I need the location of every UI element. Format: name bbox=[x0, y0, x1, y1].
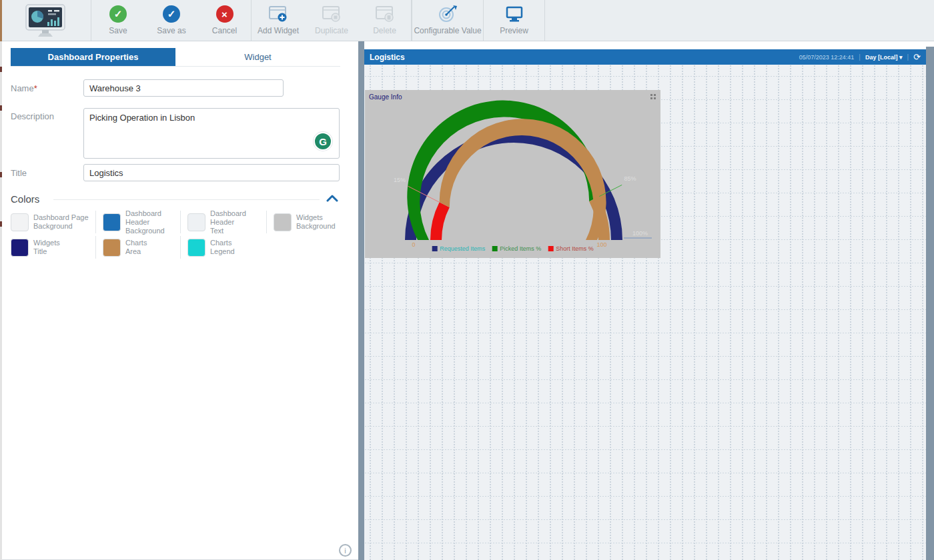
swatch-label: WidgetsBackground bbox=[296, 213, 336, 231]
color-swatch bbox=[103, 239, 121, 257]
header-separator: | bbox=[859, 53, 861, 61]
save-as-button[interactable]: ✓ Save as bbox=[145, 0, 198, 41]
window-delete-icon bbox=[375, 5, 395, 23]
legend-label: Short Items % bbox=[556, 245, 594, 252]
legend-swatch bbox=[492, 246, 497, 251]
svg-text:15%: 15% bbox=[394, 177, 406, 183]
title-input[interactable] bbox=[83, 164, 340, 181]
tab-widget[interactable]: Widget bbox=[175, 48, 340, 66]
gauge-widget-title: Gauge Info bbox=[369, 93, 402, 101]
save-label: Save bbox=[109, 26, 127, 35]
preview-monitor-icon bbox=[505, 5, 524, 23]
cancel-label: Cancel bbox=[212, 26, 237, 35]
preview-button[interactable]: Preview bbox=[484, 0, 545, 41]
dashboard-title: Logistics bbox=[370, 53, 405, 62]
panel-tabs: Dashboard Properties Widget bbox=[11, 48, 340, 67]
tab-dashboard-properties[interactable]: Dashboard Properties bbox=[11, 48, 175, 66]
left-edge-remnant bbox=[0, 0, 2, 41]
required-asterisk: * bbox=[34, 83, 37, 93]
swatch-dashboard-page-background[interactable]: Dashboard PageBackground bbox=[11, 211, 95, 233]
title-label: Title bbox=[11, 168, 27, 178]
dashboard-timestamp: 05/07/2023 12:24:41 bbox=[799, 54, 855, 61]
cancel-button[interactable]: × Cancel bbox=[198, 0, 252, 41]
name-label: Name* bbox=[11, 83, 37, 93]
swatch-charts-legend[interactable]: ChartsLegend bbox=[180, 236, 266, 259]
left-edge-remnant-lower bbox=[0, 41, 2, 560]
save-as-label: Save as bbox=[157, 26, 185, 35]
grammarly-icon[interactable]: G bbox=[314, 132, 332, 151]
legend-item-short-items: Short Items % bbox=[548, 245, 594, 252]
svg-text:100: 100 bbox=[596, 241, 606, 248]
duplicate-label: Duplicate bbox=[315, 26, 348, 35]
save-button[interactable]: ✓ Save bbox=[91, 0, 145, 41]
edge-mark bbox=[0, 221, 2, 227]
svg-text:85%: 85% bbox=[624, 175, 636, 182]
legend-swatch bbox=[548, 246, 553, 251]
color-swatch bbox=[11, 239, 29, 257]
swatch-label: Dashboard HeaderBackground bbox=[125, 209, 180, 235]
preview-label: Preview bbox=[500, 26, 528, 35]
swatch-charts-area[interactable]: ChartsArea bbox=[95, 236, 180, 259]
add-widget-label: Add Widget bbox=[258, 26, 299, 35]
configurable-value-label: Configurable Value bbox=[414, 26, 481, 35]
description-textarea[interactable]: Picking Operation in Lisbon bbox=[83, 108, 340, 159]
save-as-check-icon: ✓ bbox=[163, 5, 180, 23]
swatch-dashboard-header-background[interactable]: Dashboard HeaderBackground bbox=[95, 211, 180, 233]
svg-text:100%: 100% bbox=[632, 230, 648, 237]
swatch-widgets-background[interactable]: WidgetsBackground bbox=[266, 211, 333, 233]
save-check-icon: ✓ bbox=[109, 5, 127, 23]
legend-swatch bbox=[432, 246, 437, 251]
delete-button[interactable]: Delete bbox=[358, 0, 412, 41]
time-range-dropdown[interactable]: Day [Local] ▾ bbox=[865, 54, 903, 61]
svg-text:0: 0 bbox=[412, 241, 415, 248]
cancel-x-icon: × bbox=[216, 5, 234, 23]
header-separator: | bbox=[907, 53, 909, 61]
duplicate-button[interactable]: Duplicate bbox=[305, 0, 358, 41]
right-scroll-strip[interactable] bbox=[926, 47, 934, 560]
description-label: Description bbox=[11, 111, 54, 121]
gauge-widget[interactable]: Gauge Info 15%85%100%0100 Requested Item… bbox=[365, 90, 660, 258]
configurable-value-button[interactable]: Configurable Value bbox=[412, 0, 484, 41]
color-swatch bbox=[187, 239, 205, 257]
legend-item-requested-items: Requested Items bbox=[432, 245, 485, 252]
color-swatch bbox=[274, 213, 292, 231]
dashboard-monitor-logo-icon bbox=[21, 3, 70, 38]
edge-mark bbox=[0, 105, 2, 111]
swatch-label: ChartsLegend bbox=[210, 239, 235, 256]
dashboard-canvas-grid: Gauge Info 15%85%100%0100 Requested Item… bbox=[364, 65, 926, 560]
edge-mark bbox=[0, 67, 2, 72]
window-duplicate-icon bbox=[322, 5, 342, 23]
gauge-chart: 15%85%100%0100 bbox=[365, 90, 660, 258]
color-swatch-grid: Dashboard PageBackground Dashboard Heade… bbox=[11, 211, 344, 259]
swatch-label: ChartsArea bbox=[125, 239, 147, 256]
swatch-widgets-title[interactable]: WidgetsTitle bbox=[11, 236, 95, 259]
panel-splitter[interactable] bbox=[358, 41, 364, 560]
legend-item-picked-items: Picked Items % bbox=[492, 245, 541, 252]
color-swatch bbox=[103, 213, 121, 231]
color-swatch bbox=[11, 213, 29, 231]
properties-panel: Dashboard Properties Widget Name* Descri… bbox=[0, 41, 358, 560]
dashboard-header-controls: 05/07/2023 12:24:41 | Day [Local] ▾ | ⟳ bbox=[799, 53, 921, 61]
add-widget-button[interactable]: Add Widget bbox=[252, 0, 305, 41]
refresh-icon[interactable]: ⟳ bbox=[913, 53, 921, 61]
tab-widget-label: Widget bbox=[244, 52, 271, 62]
dashboard-preview: Logistics 05/07/2023 12:24:41 | Day [Loc… bbox=[364, 41, 926, 560]
swatch-label: Dashboard HeaderText bbox=[210, 209, 266, 235]
drag-handle-icon[interactable] bbox=[650, 94, 656, 100]
info-icon[interactable]: i bbox=[339, 544, 352, 557]
gauge-legend: Requested Items Picked Items % Short Ite… bbox=[432, 245, 594, 252]
collapse-chevron-up-icon[interactable] bbox=[326, 195, 338, 202]
legend-label: Picked Items % bbox=[500, 245, 541, 252]
color-swatch bbox=[187, 213, 205, 231]
toolbar: ✓ Save ✓ Save as × Cancel Add Widget Dup… bbox=[0, 0, 934, 41]
swatch-label: Dashboard PageBackground bbox=[33, 213, 89, 231]
name-input[interactable] bbox=[83, 79, 284, 97]
legend-label: Requested Items bbox=[440, 245, 485, 252]
swatch-dashboard-header-text[interactable]: Dashboard HeaderText bbox=[180, 211, 266, 233]
swatch-label: WidgetsTitle bbox=[33, 239, 60, 256]
app-logo bbox=[0, 0, 91, 41]
colors-divider bbox=[53, 199, 320, 200]
delete-label: Delete bbox=[373, 26, 396, 35]
dashboard-header-bar: Logistics 05/07/2023 12:24:41 | Day [Loc… bbox=[364, 49, 926, 65]
edge-mark bbox=[0, 172, 2, 177]
